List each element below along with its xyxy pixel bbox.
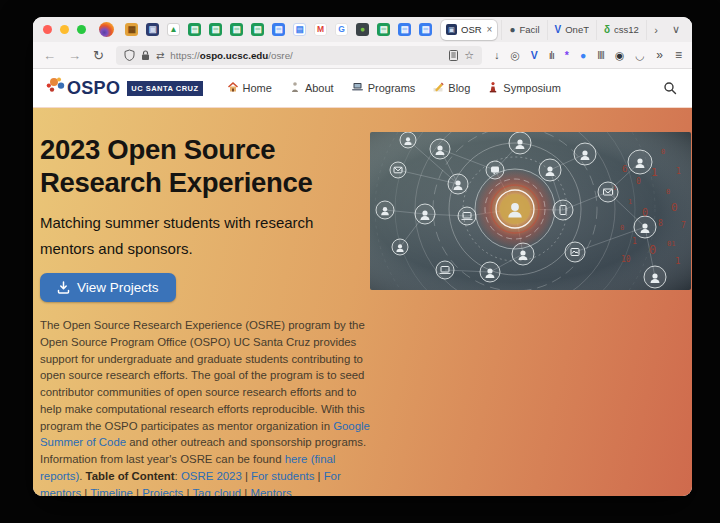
svg-text:1: 1 [651, 166, 658, 179]
window-controls [43, 25, 86, 34]
svg-text:7: 7 [681, 221, 686, 230]
svg-text:1: 1 [613, 184, 617, 191]
paragraph-text: | [133, 487, 142, 496]
google-drive-icon[interactable]: ▲ [167, 23, 180, 36]
zoom-button[interactable] [77, 25, 86, 34]
forward-button[interactable]: → [68, 49, 81, 62]
link-for-students[interactable]: For students [251, 470, 314, 482]
hero-subtitle: Matching summer students with research m… [40, 210, 340, 263]
google-icon[interactable]: G [335, 23, 348, 36]
lock-icon[interactable] [141, 50, 150, 61]
browser-window: ▦▣▲▤▤▤▤▤▤MG●▤▤▤ ▣ OSR × ●FacilVOneTδcss1… [33, 17, 692, 496]
facebook-icon: ● [509, 25, 515, 35]
list-tabs-icon[interactable]: ∨ [672, 23, 680, 36]
logo-text: OSPO [67, 78, 120, 99]
gmail-icon[interactable]: M [314, 23, 327, 36]
barcode-extension-icon[interactable]: ‖‖ [597, 50, 604, 61]
tab-label: OneT [565, 24, 589, 35]
shield-icon[interactable] [124, 49, 135, 61]
download-icon [57, 281, 70, 294]
link-tag-cloud[interactable]: Tag cloud [192, 487, 241, 496]
page-title: 2023 Open Source Research Experience [40, 133, 358, 200]
link-here[interactable]: here [285, 453, 308, 465]
svg-text:0: 0 [642, 207, 648, 218]
cta-label: View Projects [77, 280, 159, 295]
background-tabs: ●FacilVOneTδcss12 [501, 20, 646, 40]
app-menu-icon[interactable]: ≡ [675, 48, 682, 62]
paragraph-text: | [314, 470, 323, 482]
minimize-button[interactable] [60, 25, 69, 34]
firefox-icon[interactable] [99, 22, 114, 37]
nav-item-home[interactable]: Home [227, 81, 272, 95]
tab-onet[interactable]: VOneT [548, 20, 597, 40]
link-timeline[interactable]: Timeline [90, 487, 133, 496]
nav-item-about[interactable]: About [289, 81, 334, 95]
toolbar-overflow-icon[interactable]: » [656, 48, 663, 62]
ospo-favicon: ▣ [446, 24, 457, 35]
svg-text:1: 1 [628, 198, 632, 206]
address-bar[interactable]: ⇄ https://ospo.ucsc.edu/osre/ ☆ [116, 46, 482, 65]
intro-paragraph: The Open Source Research Experience (OSR… [40, 317, 380, 496]
google-sheets-icon[interactable]: ▤ [377, 23, 390, 36]
google-sheets-icon[interactable]: ▤ [230, 23, 243, 36]
google-sheets-icon[interactable]: ▤ [251, 23, 264, 36]
close-button[interactable] [43, 25, 52, 34]
scroll-tabs-icon[interactable]: › [654, 24, 658, 36]
paragraph-text: Table of Content [86, 470, 175, 482]
onetab-icon: V [555, 25, 562, 35]
paragraph-text: The Open Source Research Experience (OSR… [40, 319, 365, 432]
site-header: OSPO UC SANTA CRUZ HomeAboutProgramsBlog… [33, 69, 692, 108]
link-projects[interactable]: Projects [142, 487, 183, 496]
svg-text:0: 0 [636, 177, 641, 186]
svg-text:1: 1 [675, 256, 680, 266]
svg-text:0: 0 [671, 201, 678, 214]
tab-css12[interactable]: δcss12 [597, 20, 647, 40]
svg-text:1: 1 [632, 237, 637, 246]
pocket-icon[interactable]: ◡ [635, 50, 644, 61]
stats-bars-icon[interactable]: ılı [549, 50, 554, 61]
svg-text:0: 0 [666, 188, 670, 196]
spreadsheet-gold-icon[interactable]: ▦ [125, 23, 138, 36]
dark-sphere-icon[interactable]: ● [356, 23, 369, 36]
chat-dot-extension-icon[interactable]: ● [580, 50, 586, 61]
active-tab-label: OSR [461, 24, 482, 35]
tab-controls: › ∨ [654, 23, 686, 36]
tab-label: css12 [614, 24, 639, 35]
circle-g-extension-icon[interactable]: ◉ [615, 50, 624, 61]
search-button[interactable] [663, 81, 677, 95]
reload-button[interactable]: ↻ [93, 49, 104, 62]
nav-item-blog[interactable]: Blog [432, 81, 470, 95]
paragraph-text: | [242, 470, 251, 482]
nav-item-label: Home [243, 82, 272, 94]
ospo-logo[interactable]: OSPO UC SANTA CRUZ [46, 77, 203, 100]
reader-mode-icon[interactable] [449, 50, 458, 61]
view-projects-button[interactable]: View Projects [40, 273, 176, 302]
google-docs-icon[interactable]: ▤ [272, 23, 285, 36]
google-docs-outline-icon[interactable]: ▤ [293, 23, 306, 36]
google-sheets-icon[interactable]: ▤ [209, 23, 222, 36]
svg-text:1: 1 [676, 167, 681, 176]
download-icon[interactable]: ↓ [494, 50, 499, 61]
link-mentors[interactable]: Mentors [250, 487, 291, 496]
link-osre-2023[interactable]: OSRE 2023 [181, 470, 242, 482]
container-swap-icon[interactable]: ⇄ [156, 50, 164, 61]
tab-facil[interactable]: ●Facil [501, 20, 547, 40]
back-button[interactable]: ← [43, 49, 56, 62]
google-docs-icon[interactable]: ▤ [419, 23, 432, 36]
bookmark-star-icon[interactable]: ☆ [464, 49, 474, 62]
app-navy-icon[interactable]: ▣ [146, 23, 159, 36]
nav-item-symposium[interactable]: Symposium [487, 81, 560, 95]
site-nav: HomeAboutProgramsBlogSymposium [227, 81, 561, 95]
google-sheets-icon[interactable]: ▤ [188, 23, 201, 36]
nav-item-programs[interactable]: Programs [351, 81, 416, 95]
google-docs-icon[interactable]: ▤ [398, 23, 411, 36]
close-tab-icon[interactable]: × [486, 24, 493, 35]
laptop-icon [351, 81, 364, 95]
svg-text:8: 8 [658, 219, 663, 228]
svg-text:6: 6 [622, 164, 627, 174]
flower-extension-icon[interactable]: * [565, 50, 569, 61]
browser-toolbar: ← → ↻ ⇄ https://ospo.ucsc.edu/osre/ ☆ ↓◎… [33, 42, 692, 69]
privacy-globe-icon[interactable]: ◎ [510, 50, 519, 61]
active-tab[interactable]: ▣ OSR × [441, 20, 497, 40]
v-extension-icon[interactable]: V [531, 50, 538, 61]
